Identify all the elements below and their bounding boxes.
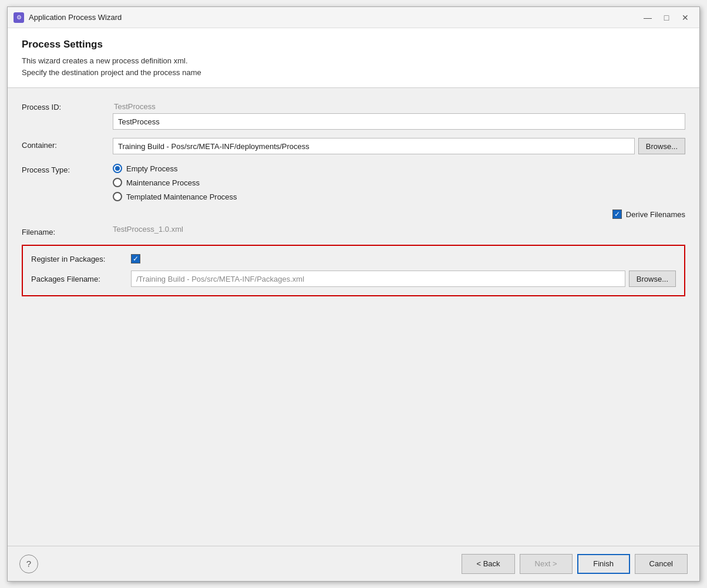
container-input-group: Browse...	[113, 138, 685, 154]
radio-maintenance-process-indicator	[113, 178, 122, 187]
window-title: Application Process Wizard	[29, 13, 639, 22]
packages-browse-button[interactable]: Browse...	[629, 271, 676, 287]
radio-empty-process[interactable]: Empty Process	[113, 164, 685, 173]
packages-filename-row: Packages Filename: /Training Build - Pos…	[31, 271, 676, 287]
filename-row: Filename: TestProcess_1.0.xml	[22, 225, 685, 236]
footer-buttons: < Back Next > Finish Cancel	[462, 554, 688, 574]
close-button[interactable]: ✕	[677, 11, 693, 24]
packages-filename-label: Packages Filename:	[31, 275, 131, 283]
container-input[interactable]	[113, 138, 635, 154]
register-packages-checkmark: ✓	[133, 255, 139, 263]
radio-group: Empty Process Maintenance Process Templa…	[113, 163, 685, 201]
filename-label: Filename:	[22, 225, 113, 236]
derive-filenames-label: Derive Filenames	[626, 210, 685, 219]
container-browse-button[interactable]: Browse...	[638, 138, 685, 154]
help-button[interactable]: ?	[19, 555, 38, 573]
radio-templated-maintenance-label: Templated Maintenance Process	[126, 192, 237, 201]
filename-value-area: TestProcess_1.0.xml	[113, 225, 685, 234]
process-type-label: Process Type:	[22, 163, 113, 174]
radio-templated-maintenance-indicator	[113, 192, 122, 201]
packages-filename-display: /Training Build - Pos/src/META-INF/Packa…	[131, 271, 625, 287]
process-id-placeholder: TestProcess	[113, 100, 685, 113]
highlighted-section: Register in Packages: ✓ Packages Filenam…	[22, 245, 685, 296]
next-button[interactable]: Next >	[520, 554, 573, 574]
dialog-window: ⚙ Application Process Wizard — □ ✕ Proce…	[7, 6, 700, 582]
header-desc-line1: This wizard creates a new process defini…	[22, 55, 685, 67]
finish-button[interactable]: Finish	[577, 554, 630, 574]
form-area: Process ID: TestProcess Container: Brows…	[8, 88, 699, 546]
header-description: This wizard creates a new process defini…	[22, 55, 685, 78]
radio-templated-maintenance[interactable]: Templated Maintenance Process	[113, 192, 685, 201]
process-type-controls: Empty Process Maintenance Process Templa…	[113, 163, 685, 201]
packages-filename-controls: /Training Build - Pos/src/META-INF/Packa…	[131, 271, 676, 287]
minimize-button[interactable]: —	[639, 11, 656, 24]
process-type-row: Process Type: Empty Process Maintenance …	[22, 163, 685, 201]
container-label: Container:	[22, 138, 113, 150]
radio-empty-process-label: Empty Process	[126, 164, 177, 173]
derive-filenames-checkbox[interactable]: ✓	[612, 209, 622, 219]
container-row: Container: Browse...	[22, 138, 685, 154]
derive-filenames-row: ✓ Derive Filenames	[22, 209, 685, 219]
title-bar: ⚙ Application Process Wizard — □ ✕	[8, 7, 699, 28]
content-area: Process Settings This wizard creates a n…	[8, 28, 699, 581]
derive-filenames-checkmark: ✓	[614, 211, 620, 218]
process-id-controls: TestProcess	[113, 100, 685, 130]
register-packages-row: Register in Packages: ✓	[31, 254, 676, 263]
register-packages-checkbox[interactable]: ✓	[131, 254, 140, 263]
radio-maintenance-process[interactable]: Maintenance Process	[113, 178, 685, 187]
process-id-label: Process ID:	[22, 100, 113, 111]
cancel-button[interactable]: Cancel	[635, 554, 688, 574]
window-controls: — □ ✕	[639, 11, 693, 24]
header-section: Process Settings This wizard creates a n…	[8, 28, 699, 88]
header-desc-line2: Specify the destination project and the …	[22, 67, 685, 79]
radio-maintenance-process-label: Maintenance Process	[126, 178, 200, 187]
maximize-button[interactable]: □	[658, 11, 675, 24]
footer-left: ?	[19, 555, 38, 573]
back-button[interactable]: < Back	[462, 554, 514, 574]
footer: ? < Back Next > Finish Cancel	[8, 546, 699, 581]
page-title: Process Settings	[22, 39, 685, 50]
register-packages-label: Register in Packages:	[31, 255, 131, 263]
container-controls: Browse...	[113, 138, 685, 154]
packages-filename-value: /Training Build - Pos/src/META-INF/Packa…	[136, 275, 304, 283]
radio-empty-process-indicator	[113, 164, 122, 173]
filename-value: TestProcess_1.0.xml	[113, 222, 183, 234]
process-id-input[interactable]	[113, 113, 685, 130]
process-id-row: Process ID: TestProcess	[22, 100, 685, 130]
window-icon: ⚙	[14, 12, 24, 23]
